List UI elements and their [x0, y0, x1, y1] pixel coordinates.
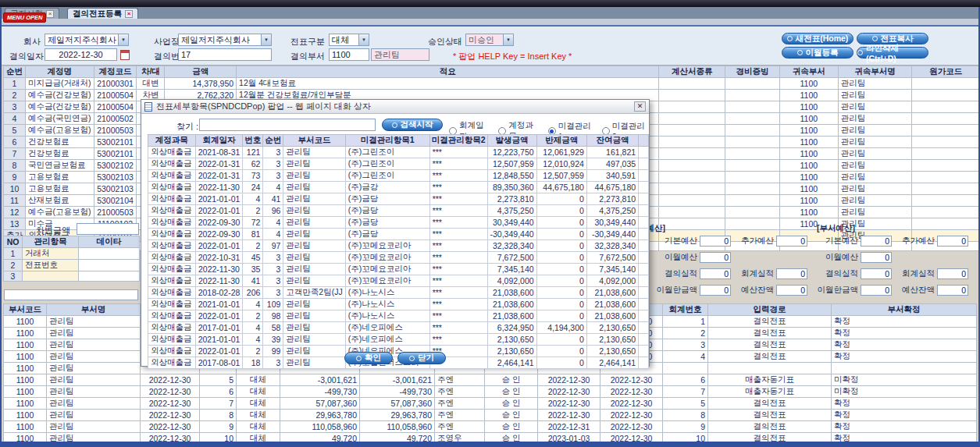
cell[interactable]: ***: [429, 299, 487, 310]
cell[interactable]: 관리팀: [838, 207, 912, 218]
cell[interactable]: 1: [663, 316, 708, 328]
cell[interactable]: 1100: [4, 410, 47, 421]
cell[interactable]: [639, 147, 649, 158]
cell[interactable]: (주)나노시스: [345, 299, 429, 310]
cell[interactable]: 4,375,250: [586, 205, 638, 217]
cell[interactable]: [639, 252, 649, 264]
cell[interactable]: 12,507,959: [536, 170, 586, 182]
cell[interactable]: 주엔: [435, 398, 485, 410]
cell[interactable]: 2022-12-30: [538, 386, 600, 398]
cell[interactable]: [79, 248, 140, 260]
cell[interactable]: 2021-08-31: [195, 147, 243, 158]
cell[interactable]: 2022-11-30: [195, 275, 243, 287]
cell[interactable]: 21,038,600: [487, 310, 536, 322]
cell[interactable]: 관리팀: [47, 421, 141, 433]
cell[interactable]: 2021-01-01: [195, 193, 243, 205]
cell[interactable]: 2,130,650: [487, 334, 536, 346]
cell[interactable]: [725, 78, 780, 90]
cell[interactable]: 승 인: [485, 421, 538, 433]
cell[interactable]: 관리팀: [47, 398, 141, 410]
cell[interactable]: 관리팀: [838, 172, 912, 183]
cell[interactable]: 고객만족2팀(JJ: [283, 287, 345, 299]
cell[interactable]: 12,507,959: [487, 158, 536, 170]
cell[interactable]: 9: [663, 421, 708, 433]
cell[interactable]: 매출자동기표: [708, 374, 832, 386]
cell[interactable]: 6: [663, 374, 708, 386]
cell[interactable]: 외상매출금: [148, 205, 196, 217]
cell[interactable]: 1100: [4, 421, 47, 433]
cell[interactable]: ***: [429, 310, 487, 322]
cell[interactable]: [659, 101, 725, 113]
cell[interactable]: 결의전표: [708, 398, 832, 410]
cell[interactable]: 53002101: [94, 137, 137, 148]
cell[interactable]: ***: [429, 264, 487, 275]
cell[interactable]: 0: [536, 217, 586, 229]
cell[interactable]: 4: [263, 182, 283, 193]
date-input[interactable]: 2022-12-30: [45, 48, 117, 61]
cell[interactable]: 3: [263, 252, 283, 264]
cell[interactable]: 1100: [779, 90, 838, 101]
cell[interactable]: [659, 218, 725, 230]
cell[interactable]: 관리팀: [838, 113, 912, 125]
cell[interactable]: [725, 137, 780, 148]
cell[interactable]: 2022-01-31: [195, 158, 243, 170]
cell[interactable]: 승 인: [485, 410, 538, 421]
cell[interactable]: (주)꼬메요코리아: [345, 240, 429, 252]
cell[interactable]: 관리팀: [838, 160, 912, 172]
new-voucher-button[interactable]: 새전표(Home): [782, 33, 853, 44]
cell[interactable]: [912, 125, 980, 137]
cell[interactable]: [912, 137, 980, 148]
cell[interactable]: 1: [4, 78, 26, 90]
cell[interactable]: 340,591: [586, 170, 638, 182]
cell[interactable]: [912, 113, 980, 125]
cell[interactable]: 21000503: [94, 207, 137, 218]
chevron-down-icon[interactable]: ▼: [261, 34, 271, 45]
cell[interactable]: -499,730: [280, 386, 360, 398]
cell[interactable]: 대체: [237, 421, 280, 433]
cell[interactable]: 3: [263, 264, 283, 275]
cell[interactable]: [639, 158, 649, 170]
table-row[interactable]: 외상매출금2022-09-30724관리팀(주)금당***30,349,4400…: [148, 217, 649, 229]
cell[interactable]: 1100: [4, 328, 47, 339]
cell[interactable]: ***: [429, 287, 487, 299]
cell[interactable]: 1100: [779, 172, 838, 183]
cell[interactable]: 확정: [832, 339, 977, 351]
budget-field[interactable]: 0: [937, 285, 968, 296]
cell[interactable]: 미확정: [832, 386, 977, 398]
cell[interactable]: 확정: [832, 351, 977, 363]
cell[interactable]: 2022-09-30: [195, 217, 243, 229]
table-row[interactable]: 외상매출금2022-09-30814관리팀(주)금당***-30,349,440…: [148, 229, 649, 240]
table-row[interactable]: 외상매출금2022-10-31453관리팀(주)꼬메요코리아***7,672,5…: [148, 252, 649, 264]
cell[interactable]: 4: [243, 334, 263, 346]
table-row[interactable]: 외상매출금2021-08-311213관리팀(주)그린조이***12,223,7…: [148, 147, 649, 158]
delete-line-button[interactable]: 라인삭제(Ctrl+D): [857, 47, 928, 59]
cell[interactable]: 확정: [832, 410, 977, 421]
cell[interactable]: [639, 334, 649, 346]
cell[interactable]: 1100: [779, 160, 838, 172]
cell[interactable]: [725, 113, 780, 125]
cell[interactable]: 외상매출금: [148, 147, 196, 158]
cell[interactable]: [725, 172, 780, 183]
budget-field[interactable]: 0: [776, 268, 807, 279]
slip-type-select[interactable]: 대체 ▼: [329, 34, 369, 46]
company-select[interactable]: 제일저지주식회사 ▼: [45, 34, 129, 46]
cell[interactable]: 2022-12-30: [600, 398, 663, 410]
cell[interactable]: [912, 78, 980, 90]
cell[interactable]: 4,092,000: [487, 275, 536, 287]
table-row[interactable]: 1100관리팀2022-12-307대체57,087,36057,087,360…: [4, 398, 977, 410]
cell[interactable]: 45: [243, 252, 263, 264]
cell[interactable]: 2022-12-30: [141, 410, 200, 421]
cell[interactable]: [79, 260, 140, 271]
cell[interactable]: (주)나노시스: [345, 287, 429, 299]
cell[interactable]: 81: [243, 229, 263, 240]
cell[interactable]: 1100: [4, 374, 47, 386]
cell[interactable]: 5: [663, 398, 708, 410]
cell[interactable]: 건강보험료: [26, 148, 94, 160]
cell[interactable]: 예수금(건강보험): [26, 101, 94, 113]
cell[interactable]: 관리팀: [47, 386, 141, 398]
menu-open-badge[interactable]: MENU OPEN: [3, 12, 46, 23]
cell[interactable]: 72: [243, 217, 263, 229]
cell[interactable]: 29,963,780: [360, 410, 435, 421]
cell[interactable]: 2022-11-30: [195, 182, 243, 193]
cell[interactable]: 예수금(건강보험): [26, 90, 94, 101]
